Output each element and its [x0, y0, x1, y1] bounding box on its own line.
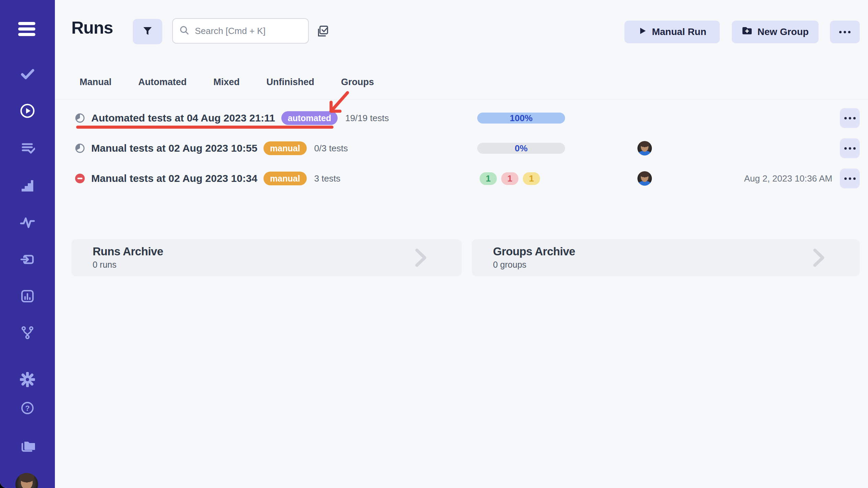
tab-unfinished[interactable]: Unfinished	[267, 77, 315, 88]
run-tests-count: 3 tests	[314, 173, 341, 184]
folder-plus-icon	[742, 26, 752, 38]
assignee-avatar[interactable]	[637, 171, 652, 186]
app-window: ? Runs Manual Run	[0, 0, 868, 488]
sidebar-item-projects[interactable]	[19, 437, 36, 454]
copy-check-icon	[315, 24, 330, 39]
result-counts: 1 1 1	[480, 172, 540, 185]
search-field[interactable]	[194, 25, 302, 37]
archive-count: 0 runs	[93, 260, 116, 270]
bar-chart-icon	[20, 289, 35, 305]
tabs-divider	[55, 99, 868, 100]
sidebar-item-reports[interactable]	[19, 288, 36, 305]
search-input[interactable]	[172, 18, 309, 44]
run-progress-pie-icon	[75, 143, 85, 153]
ellipsis-icon	[844, 177, 856, 180]
menu-icon[interactable]	[18, 22, 35, 36]
manual-run-button[interactable]: Manual Run	[624, 21, 720, 43]
row-more-button[interactable]	[840, 138, 860, 158]
filter-button[interactable]	[133, 19, 162, 44]
tab-automated[interactable]: Automated	[138, 77, 187, 88]
archive-title: Groups Archive	[493, 245, 575, 258]
ellipsis-icon	[844, 147, 856, 150]
tab-mixed[interactable]: Mixed	[213, 77, 240, 88]
bulk-select-button[interactable]	[314, 23, 331, 40]
run-progress-bar: 100%	[477, 113, 565, 124]
sidebar-item-activity[interactable]	[19, 215, 36, 231]
runs-tabs: Manual Automated Mixed Unfinished Groups	[80, 77, 374, 88]
svg-text:?: ?	[25, 404, 30, 412]
passed-count: 1	[480, 172, 497, 185]
sidebar: ?	[0, 0, 55, 488]
blocked-count: 1	[523, 172, 540, 185]
groups-archive-card[interactable]: Groups Archive 0 groups	[472, 239, 860, 276]
help-circle-icon: ?	[20, 400, 35, 417]
tab-manual[interactable]: Manual	[80, 77, 112, 88]
sidebar-item-integrations[interactable]	[19, 325, 36, 341]
run-title[interactable]: Manual tests at 02 Aug 2023 10:34	[91, 173, 257, 184]
import-icon	[20, 252, 35, 268]
ellipsis-icon	[844, 117, 856, 119]
new-group-button[interactable]: New Group	[732, 21, 819, 43]
page-title: Runs	[71, 18, 113, 38]
sidebar-item-import[interactable]	[19, 252, 36, 268]
run-title[interactable]: Manual tests at 02 Aug 2023 10:55	[91, 142, 257, 154]
run-progress-bar: 0%	[477, 143, 565, 154]
run-progress-pie-icon	[75, 113, 85, 123]
run-type-badge: manual	[263, 172, 307, 185]
annotation-arrow-icon	[324, 86, 355, 117]
run-title[interactable]: Automated tests at 04 Aug 2023 21:11	[91, 112, 275, 124]
failed-count: 1	[501, 172, 518, 185]
run-type-badge: manual	[263, 141, 307, 155]
sidebar-item-help[interactable]: ?	[19, 400, 36, 417]
sidebar-item-settings[interactable]	[19, 372, 36, 388]
more-actions-button[interactable]	[830, 21, 860, 43]
branch-icon	[20, 325, 35, 341]
run-stopped-icon	[75, 173, 85, 184]
row-more-button[interactable]	[840, 169, 860, 188]
user-avatar[interactable]	[15, 473, 38, 488]
search-icon	[179, 25, 189, 37]
annotation-underline	[76, 126, 333, 129]
run-date: Aug 2, 2023 10:36 AM	[744, 173, 832, 184]
pulse-icon	[20, 215, 35, 231]
runs-archive-card[interactable]: Runs Archive 0 runs	[71, 239, 462, 276]
checkmark-icon	[20, 67, 35, 83]
ellipsis-icon	[839, 31, 851, 33]
folders-icon	[20, 438, 35, 454]
gear-icon	[20, 372, 35, 388]
run-row-manual-1055[interactable]: Manual tests at 02 Aug 2023 10:55 manual…	[0, 133, 868, 163]
manual-run-label: Manual Run	[652, 26, 706, 37]
new-group-label: New Group	[758, 26, 809, 37]
archive-title: Runs Archive	[93, 245, 163, 258]
chevron-right-icon	[414, 248, 427, 269]
tab-groups[interactable]: Groups	[341, 77, 374, 88]
row-more-button[interactable]	[840, 108, 860, 128]
chevron-right-icon	[812, 248, 825, 269]
run-tests-count: 0/3 tests	[314, 143, 348, 154]
play-icon	[638, 26, 647, 38]
assignee-avatar[interactable]	[637, 141, 652, 155]
archive-count: 0 groups	[493, 260, 526, 270]
run-row-manual-1034[interactable]: Manual tests at 02 Aug 2023 10:34 manual…	[0, 163, 868, 194]
funnel-icon	[142, 26, 153, 38]
sidebar-item-tests[interactable]	[19, 66, 36, 83]
